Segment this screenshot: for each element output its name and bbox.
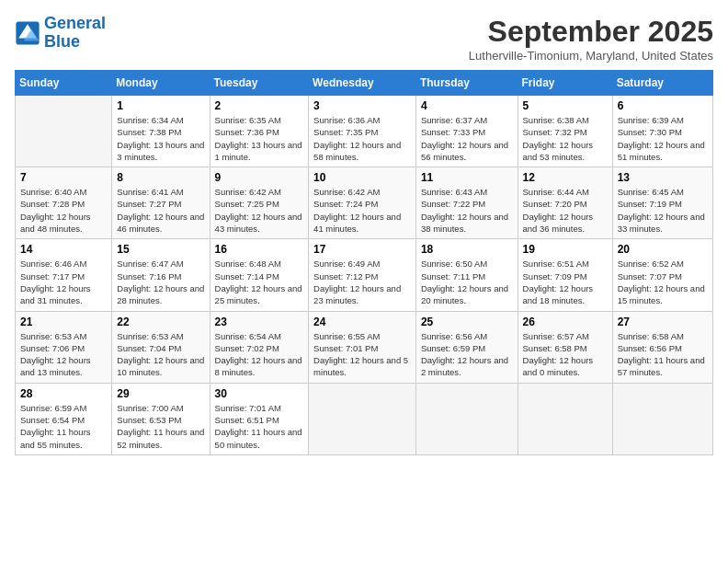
page-header: General Blue September 2025 Lutherville-… bbox=[15, 15, 713, 63]
day-info: Sunrise: 6:39 AMSunset: 7:30 PMDaylight:… bbox=[618, 114, 708, 163]
day-info: Sunrise: 6:43 AMSunset: 7:22 PMDaylight:… bbox=[421, 186, 513, 235]
day-number: 8 bbox=[117, 171, 204, 184]
logo-text: General Blue bbox=[44, 15, 106, 52]
calendar-cell: 19Sunrise: 6:51 AMSunset: 7:09 PMDayligh… bbox=[518, 239, 612, 311]
logo: General Blue bbox=[15, 15, 106, 52]
calendar-cell: 11Sunrise: 6:43 AMSunset: 7:22 PMDayligh… bbox=[415, 167, 518, 239]
title-block: September 2025 Lutherville-Timonium, Mar… bbox=[469, 15, 713, 63]
day-number: 5 bbox=[523, 99, 608, 112]
day-number: 30 bbox=[215, 387, 304, 400]
calendar-cell: 4Sunrise: 6:37 AMSunset: 7:33 PMDaylight… bbox=[415, 96, 518, 167]
day-number: 14 bbox=[20, 243, 107, 256]
day-number: 3 bbox=[313, 99, 411, 112]
header-friday: Friday bbox=[518, 71, 612, 96]
day-info: Sunrise: 6:36 AMSunset: 7:35 PMDaylight:… bbox=[313, 114, 411, 163]
day-info: Sunrise: 6:54 AMSunset: 7:02 PMDaylight:… bbox=[215, 330, 304, 379]
day-info: Sunrise: 6:42 AMSunset: 7:25 PMDaylight:… bbox=[215, 186, 304, 235]
day-number: 20 bbox=[618, 243, 708, 256]
calendar-cell: 25Sunrise: 6:56 AMSunset: 6:59 PMDayligh… bbox=[415, 311, 518, 383]
calendar-cell: 6Sunrise: 6:39 AMSunset: 7:30 PMDaylight… bbox=[612, 96, 712, 167]
day-info: Sunrise: 6:42 AMSunset: 7:24 PMDaylight:… bbox=[313, 186, 411, 235]
day-number: 19 bbox=[523, 243, 608, 256]
calendar-cell: 15Sunrise: 6:47 AMSunset: 7:16 PMDayligh… bbox=[112, 239, 210, 311]
day-number: 22 bbox=[117, 316, 204, 328]
calendar-cell: 3Sunrise: 6:36 AMSunset: 7:35 PMDaylight… bbox=[309, 96, 416, 167]
day-info: Sunrise: 6:37 AMSunset: 7:33 PMDaylight:… bbox=[421, 114, 513, 163]
header-wednesday: Wednesday bbox=[309, 71, 416, 96]
day-number: 10 bbox=[313, 171, 411, 184]
day-number: 11 bbox=[421, 171, 513, 184]
day-number: 24 bbox=[313, 316, 411, 328]
day-info: Sunrise: 6:53 AMSunset: 7:06 PMDaylight:… bbox=[20, 330, 107, 379]
day-info: Sunrise: 6:45 AMSunset: 7:19 PMDaylight:… bbox=[618, 186, 708, 235]
day-info: Sunrise: 7:00 AMSunset: 6:53 PMDaylight:… bbox=[117, 402, 204, 451]
calendar-cell: 21Sunrise: 6:53 AMSunset: 7:06 PMDayligh… bbox=[16, 311, 112, 383]
calendar-cell: 14Sunrise: 6:46 AMSunset: 7:17 PMDayligh… bbox=[16, 239, 112, 311]
week-row-4: 28Sunrise: 6:59 AMSunset: 6:54 PMDayligh… bbox=[16, 383, 713, 454]
day-number: 18 bbox=[421, 243, 513, 256]
header-monday: Monday bbox=[112, 71, 210, 96]
day-info: Sunrise: 6:50 AMSunset: 7:11 PMDaylight:… bbox=[421, 258, 513, 306]
header-sunday: Sunday bbox=[16, 71, 112, 96]
week-row-3: 21Sunrise: 6:53 AMSunset: 7:06 PMDayligh… bbox=[16, 311, 713, 383]
day-number: 16 bbox=[215, 243, 304, 256]
day-number: 12 bbox=[523, 171, 608, 184]
day-info: Sunrise: 6:57 AMSunset: 6:58 PMDaylight:… bbox=[523, 330, 608, 379]
day-info: Sunrise: 6:55 AMSunset: 7:01 PMDaylight:… bbox=[313, 330, 411, 379]
day-info: Sunrise: 6:51 AMSunset: 7:09 PMDaylight:… bbox=[523, 258, 608, 306]
calendar-cell: 27Sunrise: 6:58 AMSunset: 6:56 PMDayligh… bbox=[612, 311, 712, 383]
day-number: 28 bbox=[20, 387, 107, 400]
logo-line1: General bbox=[44, 14, 106, 32]
week-row-1: 7Sunrise: 6:40 AMSunset: 7:28 PMDaylight… bbox=[16, 167, 713, 239]
day-number: 17 bbox=[313, 243, 411, 256]
day-number: 7 bbox=[20, 171, 107, 184]
day-number: 2 bbox=[215, 99, 304, 112]
calendar-cell: 5Sunrise: 6:38 AMSunset: 7:32 PMDaylight… bbox=[518, 96, 612, 167]
calendar-cell: 24Sunrise: 6:55 AMSunset: 7:01 PMDayligh… bbox=[309, 311, 416, 383]
day-info: Sunrise: 6:35 AMSunset: 7:36 PMDaylight:… bbox=[215, 114, 304, 163]
day-info: Sunrise: 6:41 AMSunset: 7:27 PMDaylight:… bbox=[117, 186, 204, 235]
header-saturday: Saturday bbox=[612, 71, 712, 96]
calendar-cell bbox=[16, 96, 112, 167]
day-info: Sunrise: 6:59 AMSunset: 6:54 PMDaylight:… bbox=[20, 402, 107, 451]
calendar-cell: 8Sunrise: 6:41 AMSunset: 7:27 PMDaylight… bbox=[112, 167, 210, 239]
day-number: 21 bbox=[20, 316, 107, 328]
calendar-cell: 12Sunrise: 6:44 AMSunset: 7:20 PMDayligh… bbox=[518, 167, 612, 239]
calendar-subtitle: Lutherville-Timonium, Maryland, United S… bbox=[469, 49, 713, 63]
logo-icon bbox=[15, 20, 40, 46]
calendar-cell: 13Sunrise: 6:45 AMSunset: 7:19 PMDayligh… bbox=[612, 167, 712, 239]
calendar-cell: 30Sunrise: 7:01 AMSunset: 6:51 PMDayligh… bbox=[210, 383, 309, 454]
day-info: Sunrise: 6:34 AMSunset: 7:38 PMDaylight:… bbox=[117, 114, 204, 163]
day-info: Sunrise: 6:53 AMSunset: 7:04 PMDaylight:… bbox=[117, 330, 204, 379]
day-number: 29 bbox=[117, 387, 204, 400]
calendar-table: SundayMondayTuesdayWednesdayThursdayFrid… bbox=[15, 70, 713, 455]
calendar-cell: 9Sunrise: 6:42 AMSunset: 7:25 PMDaylight… bbox=[210, 167, 309, 239]
calendar-title: September 2025 bbox=[469, 15, 713, 49]
week-row-0: 1Sunrise: 6:34 AMSunset: 7:38 PMDaylight… bbox=[16, 96, 713, 167]
calendar-cell: 22Sunrise: 6:53 AMSunset: 7:04 PMDayligh… bbox=[112, 311, 210, 383]
day-number: 9 bbox=[215, 171, 304, 184]
day-number: 27 bbox=[618, 316, 708, 328]
header-thursday: Thursday bbox=[415, 71, 518, 96]
day-info: Sunrise: 6:52 AMSunset: 7:07 PMDaylight:… bbox=[618, 258, 708, 306]
calendar-cell: 17Sunrise: 6:49 AMSunset: 7:12 PMDayligh… bbox=[309, 239, 416, 311]
header-tuesday: Tuesday bbox=[210, 71, 309, 96]
calendar-cell: 29Sunrise: 7:00 AMSunset: 6:53 PMDayligh… bbox=[112, 383, 210, 454]
calendar-cell bbox=[415, 383, 518, 454]
day-info: Sunrise: 6:58 AMSunset: 6:56 PMDaylight:… bbox=[618, 330, 708, 379]
day-number: 6 bbox=[618, 99, 708, 112]
day-info: Sunrise: 6:40 AMSunset: 7:28 PMDaylight:… bbox=[20, 186, 107, 235]
week-row-2: 14Sunrise: 6:46 AMSunset: 7:17 PMDayligh… bbox=[16, 239, 713, 311]
day-info: Sunrise: 6:48 AMSunset: 7:14 PMDaylight:… bbox=[215, 258, 304, 306]
day-number: 13 bbox=[618, 171, 708, 184]
day-number: 1 bbox=[117, 99, 204, 112]
logo-line2: Blue bbox=[44, 32, 80, 51]
calendar-cell bbox=[309, 383, 416, 454]
day-number: 25 bbox=[421, 316, 513, 328]
day-info: Sunrise: 7:01 AMSunset: 6:51 PMDaylight:… bbox=[215, 402, 304, 451]
day-number: 15 bbox=[117, 243, 204, 256]
calendar-cell: 20Sunrise: 6:52 AMSunset: 7:07 PMDayligh… bbox=[612, 239, 712, 311]
calendar-cell bbox=[518, 383, 612, 454]
day-info: Sunrise: 6:44 AMSunset: 7:20 PMDaylight:… bbox=[523, 186, 608, 235]
calendar-cell: 10Sunrise: 6:42 AMSunset: 7:24 PMDayligh… bbox=[309, 167, 416, 239]
